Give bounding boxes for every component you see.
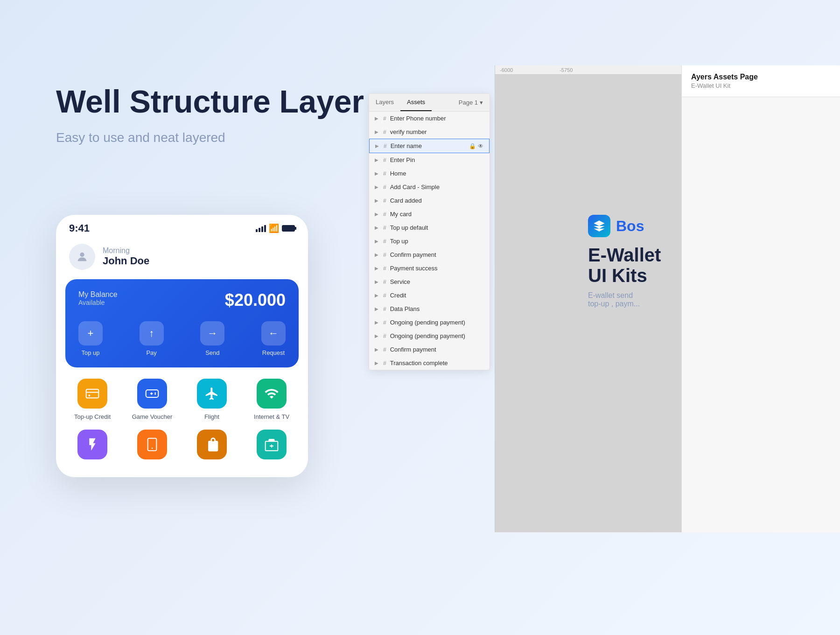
status-icons: 📶 <box>256 223 295 233</box>
topup-button[interactable]: + Top up <box>78 321 103 356</box>
services-row2 <box>56 426 308 468</box>
layer-hash-5: # <box>383 184 386 190</box>
balance-amount: $20.000 <box>225 290 286 310</box>
signal-bar-1 <box>256 229 258 232</box>
layer-arrow-18: ▶ <box>375 360 378 366</box>
request-icon: ← <box>261 321 286 346</box>
layer-item-14[interactable]: ▶ # Data Plans <box>369 302 490 316</box>
action-buttons: + Top up ↑ Pay → Send ← Request <box>78 321 286 356</box>
svg-point-3 <box>88 395 90 396</box>
service-flight[interactable]: Flight <box>183 375 241 424</box>
layer-hash-1: # <box>383 129 386 135</box>
phone-mockup: 9:41 📶 Morning John Doe My Balance Avai <box>56 215 308 477</box>
layer-item-9[interactable]: ▶ # Top up <box>369 234 490 248</box>
layer-item-18[interactable]: ▶ # Transaction complete <box>369 356 490 370</box>
layer-arrow-16: ▶ <box>375 333 378 339</box>
layer-item-1[interactable]: ▶ # verify number <box>369 125 490 139</box>
status-time: 9:41 <box>69 222 90 234</box>
lock-icon[interactable]: 🔒 <box>469 143 476 149</box>
pay-icon: ↑ <box>140 321 164 346</box>
layer-item-2[interactable]: ▶ # Enter name 🔒 👁 <box>369 139 490 153</box>
flight-label: Flight <box>204 413 219 420</box>
service-row2-4[interactable] <box>243 426 301 468</box>
layer-item-16[interactable]: ▶ # Ongoing (pending payment) <box>369 329 490 343</box>
layer-hash-7: # <box>383 211 386 218</box>
layer-name-3: Enter Pin <box>390 156 484 163</box>
eye-icon[interactable]: 👁 <box>478 143 483 149</box>
layer-arrow-3: ▶ <box>375 157 378 162</box>
layer-item-12[interactable]: ▶ # Service <box>369 275 490 289</box>
layer-name-0: Enter Phone number <box>390 115 484 122</box>
layer-name-6: Card added <box>390 197 484 204</box>
subtitle: Easy to use and neat layered <box>56 130 383 145</box>
send-button[interactable]: → Send <box>200 321 224 356</box>
layer-arrow-15: ▶ <box>375 320 378 325</box>
layer-icons-2: 🔒 👁 <box>469 143 483 149</box>
request-button[interactable]: ← Request <box>261 321 286 356</box>
service-topup-credit[interactable]: Top-up Credit <box>63 375 121 424</box>
layer-item-0[interactable]: ▶ # Enter Phone number <box>369 112 490 125</box>
tab-page[interactable]: Page 1 ▾ <box>452 94 490 111</box>
internet-tv-icon <box>257 379 287 409</box>
service-row2-2[interactable] <box>123 426 181 468</box>
pay-button[interactable]: ↑ Pay <box>140 321 164 356</box>
ruler-mark-1: -6000 <box>500 67 513 73</box>
balance-label: My Balance <box>78 290 118 299</box>
layers-list: ▶ # Enter Phone number ▶ # verify number… <box>369 112 490 370</box>
greeting: Morning <box>103 247 149 255</box>
layer-arrow-14: ▶ <box>375 306 378 311</box>
layer-hash-4: # <box>383 170 386 177</box>
layer-hash-6: # <box>383 198 386 204</box>
wifi-icon: 📶 <box>269 223 279 233</box>
services-grid: Top-up Credit Game Voucher Flight Intern… <box>56 375 308 424</box>
layer-arrow-9: ▶ <box>375 239 378 244</box>
service-game-voucher[interactable]: Game Voucher <box>123 375 181 424</box>
layer-name-2: Enter name <box>391 142 465 149</box>
layer-name-1: verify number <box>390 128 484 135</box>
layer-name-5: Add Card - Simple <box>390 183 484 190</box>
layer-name-18: Transaction complete <box>390 360 484 367</box>
layer-name-15: Ongoing (pending payment) <box>390 319 484 326</box>
layer-hash-3: # <box>383 157 386 163</box>
layer-item-3[interactable]: ▶ # Enter Pin <box>369 153 490 167</box>
signal-bar-3 <box>261 226 263 232</box>
pay-label: Pay <box>146 349 156 356</box>
svg-rect-1 <box>86 389 99 398</box>
layer-arrow-11: ▶ <box>375 266 378 271</box>
layer-item-5[interactable]: ▶ # Add Card - Simple <box>369 180 490 194</box>
layer-arrow-1: ▶ <box>375 129 378 134</box>
layer-item-7[interactable]: ▶ # My card <box>369 207 490 221</box>
layer-item-15[interactable]: ▶ # Ongoing (pending payment) <box>369 316 490 329</box>
layer-name-7: My card <box>390 211 484 218</box>
service-row2-1[interactable] <box>63 426 121 468</box>
layer-item-13[interactable]: ▶ # Credit <box>369 289 490 302</box>
layer-arrow-6: ▶ <box>375 198 378 203</box>
balance-labels: My Balance Available <box>78 290 118 308</box>
service-row2-3[interactable] <box>183 426 241 468</box>
topup-label: Top up <box>81 349 99 356</box>
tab-assets[interactable]: Assets <box>400 94 432 111</box>
layer-hash-8: # <box>383 225 386 231</box>
row2-icon-3 <box>197 430 227 459</box>
signal-bars-icon <box>256 225 266 232</box>
layer-arrow-17: ▶ <box>375 347 378 352</box>
layer-arrow-4: ▶ <box>375 171 378 176</box>
send-icon: → <box>200 321 224 346</box>
layer-name-16: Ongoing (pending payment) <box>390 332 484 339</box>
layer-item-11[interactable]: ▶ # Payment success <box>369 261 490 275</box>
tab-layers[interactable]: Layers <box>369 94 400 111</box>
layer-arrow-10: ▶ <box>375 252 378 257</box>
topup-credit-icon <box>77 379 107 409</box>
layer-item-8[interactable]: ▶ # Top up default <box>369 221 490 234</box>
layer-hash-0: # <box>383 115 386 122</box>
layer-item-4[interactable]: ▶ # Home <box>369 167 490 180</box>
layer-hash-14: # <box>383 306 386 312</box>
service-internet-tv[interactable]: Internet & TV <box>243 375 301 424</box>
internet-tv-label: Internet & TV <box>254 413 289 420</box>
layer-hash-9: # <box>383 238 386 245</box>
layer-item-10[interactable]: ▶ # Confirm payment <box>369 248 490 261</box>
balance-sublabel: Available <box>78 299 118 306</box>
layer-name-9: Top up <box>390 238 484 245</box>
layer-item-6[interactable]: ▶ # Card added <box>369 194 490 207</box>
layer-item-17[interactable]: ▶ # Confirm payment <box>369 343 490 356</box>
